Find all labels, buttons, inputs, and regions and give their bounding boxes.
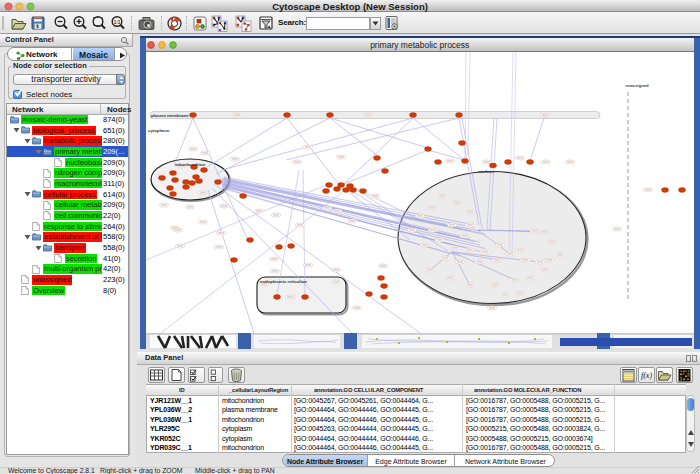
svg-text:f(x): f(x) [641,371,652,380]
svg-text:endoplasmic reticulum: endoplasmic reticulum [260,279,307,284]
svg-text:nucleus: nucleus [478,169,495,174]
svg-text:plasma membrane: plasma membrane [151,113,189,118]
svg-text:unassigned: unassigned [625,83,649,88]
svg-text:cytoplasm: cytoplasm [148,128,169,133]
svg-text:1:1: 1:1 [114,20,121,25]
svg-text:mitochondrion: mitochondrion [175,162,205,167]
